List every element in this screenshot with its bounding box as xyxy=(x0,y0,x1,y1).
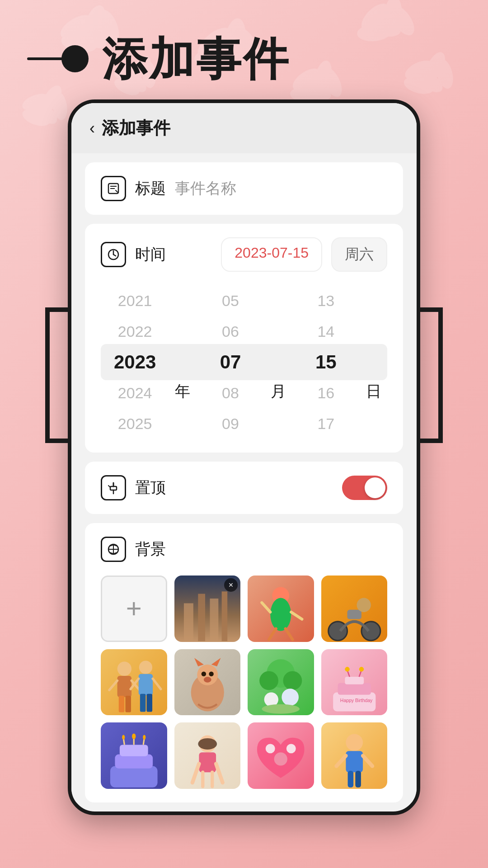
year-item-selected[interactable]: 2023 xyxy=(101,347,169,377)
year-item-1[interactable]: 2022 xyxy=(101,316,169,347)
page-title: 添加事件 xyxy=(102,36,290,81)
svg-marker-82 xyxy=(194,658,203,666)
nav-bar: ‹ 添加事件 xyxy=(71,103,417,153)
year-item-4[interactable]: 2025 xyxy=(101,408,169,439)
bg-label: 背景 xyxy=(135,539,166,560)
scooter-figure xyxy=(321,576,388,642)
time-icon xyxy=(101,242,126,267)
time-left: 时间 xyxy=(101,242,166,267)
bg-item-couple[interactable] xyxy=(101,649,167,716)
month-item-0[interactable]: 05 xyxy=(196,285,264,316)
phone-content: ‹ 添加事件 标题 事件名称 xyxy=(71,103,417,802)
date-picker[interactable]: 2021 2022 2023 2024 2025 年 05 06 07 xyxy=(101,285,387,439)
day-item-selected[interactable]: 15 xyxy=(292,347,360,377)
svg-point-88 xyxy=(259,671,278,690)
timeline-line xyxy=(27,57,63,60)
pin-toggle[interactable] xyxy=(342,476,387,500)
svg-rect-55 xyxy=(210,599,218,641)
svg-point-109 xyxy=(143,735,145,739)
day-item-3[interactable]: 16 xyxy=(292,377,360,408)
bg-item-man[interactable] xyxy=(321,722,388,789)
day-item-0[interactable]: 13 xyxy=(292,285,360,316)
man-figure xyxy=(321,722,388,789)
bg-item-dance[interactable] xyxy=(248,576,314,642)
svg-text:Happy Birthday: Happy Birthday xyxy=(340,698,372,703)
title-section: 标题 事件名称 xyxy=(85,162,403,215)
svg-rect-101 xyxy=(110,766,158,787)
svg-point-74 xyxy=(139,661,152,674)
year-label: 年 xyxy=(175,376,190,407)
bg-close-city[interactable]: × xyxy=(224,578,238,592)
phone-frame: ‹ 添加事件 标题 事件名称 xyxy=(68,99,420,815)
svg-point-86 xyxy=(203,677,211,683)
day-column[interactable]: 13 14 15 16 17 xyxy=(292,285,360,439)
svg-line-70 xyxy=(109,681,117,690)
svg-rect-53 xyxy=(183,604,193,642)
bg-item-birthday[interactable]: Happy Birthday xyxy=(321,649,388,716)
timeline-circle xyxy=(61,45,89,72)
svg-point-111 xyxy=(198,738,217,750)
bg-item-city[interactable]: × xyxy=(174,576,241,642)
svg-line-45 xyxy=(113,255,116,256)
svg-rect-120 xyxy=(347,771,353,788)
bg-add-button[interactable]: + xyxy=(101,576,167,642)
toggle-knob xyxy=(365,477,385,498)
left-bracket-decoration xyxy=(45,307,68,443)
day-label: 日 xyxy=(366,376,381,407)
right-bracket-decoration xyxy=(420,307,443,443)
bg-item-fox[interactable] xyxy=(174,649,241,716)
svg-point-115 xyxy=(274,752,287,765)
svg-rect-79 xyxy=(147,694,153,712)
svg-line-62 xyxy=(286,628,293,639)
svg-rect-75 xyxy=(139,674,153,695)
month-label-col: 月 xyxy=(265,285,292,439)
svg-point-68 xyxy=(117,662,131,676)
couple-figure xyxy=(101,649,167,716)
date-badge[interactable]: 2023-07-15 xyxy=(221,237,322,272)
year-item-0[interactable]: 2021 xyxy=(101,285,169,316)
svg-line-119 xyxy=(363,755,372,766)
birthday-figure: Happy Birthday xyxy=(321,649,388,716)
picker-columns: 2021 2022 2023 2024 2025 年 05 06 07 xyxy=(101,285,387,439)
svg-line-77 xyxy=(153,679,161,689)
green-figure xyxy=(248,649,314,716)
girl-figure xyxy=(174,722,241,789)
background-grid: + × xyxy=(101,576,387,789)
svg-rect-73 xyxy=(125,696,131,712)
title-row: 标题 事件名称 xyxy=(101,176,387,201)
svg-point-91 xyxy=(282,689,299,706)
month-item-1[interactable]: 06 xyxy=(196,316,264,347)
svg-point-58 xyxy=(270,598,291,631)
svg-marker-83 xyxy=(211,658,221,666)
svg-rect-65 xyxy=(347,609,361,619)
add-icon: + xyxy=(126,595,142,622)
day-item-4[interactable]: 17 xyxy=(292,408,360,439)
year-item-3[interactable]: 2024 xyxy=(101,377,169,408)
bg-item-green[interactable] xyxy=(248,649,314,716)
back-button[interactable]: ‹ xyxy=(89,119,95,138)
day-item-1[interactable]: 14 xyxy=(292,316,360,347)
bg-item-cake[interactable] xyxy=(101,722,167,789)
month-item-selected[interactable]: 07 xyxy=(196,347,264,377)
svg-line-61 xyxy=(269,628,276,639)
svg-rect-112 xyxy=(199,752,216,772)
bg-item-heart[interactable] xyxy=(248,722,314,789)
day-badge[interactable]: 周六 xyxy=(331,237,387,272)
bg-item-girl[interactable] xyxy=(174,722,241,789)
year-column[interactable]: 2021 2022 2023 2024 2025 xyxy=(101,285,169,439)
cake-figure xyxy=(101,722,167,789)
bg-item-scooter[interactable] xyxy=(321,576,388,642)
month-item-3[interactable]: 08 xyxy=(196,377,264,408)
svg-line-59 xyxy=(262,603,270,612)
background-section: 背景 + × xyxy=(85,523,403,802)
svg-rect-78 xyxy=(140,694,146,712)
title-input[interactable]: 事件名称 xyxy=(175,178,236,199)
time-section: 时间 2023-07-15 周六 2021 2022 2023 xyxy=(85,224,403,453)
svg-line-118 xyxy=(336,755,346,766)
month-label: 月 xyxy=(271,376,286,407)
svg-point-105 xyxy=(132,733,136,739)
svg-rect-54 xyxy=(198,594,205,642)
month-item-4[interactable]: 09 xyxy=(196,408,264,439)
month-column[interactable]: 05 06 07 08 09 xyxy=(196,285,264,439)
dance-figure xyxy=(248,576,314,642)
